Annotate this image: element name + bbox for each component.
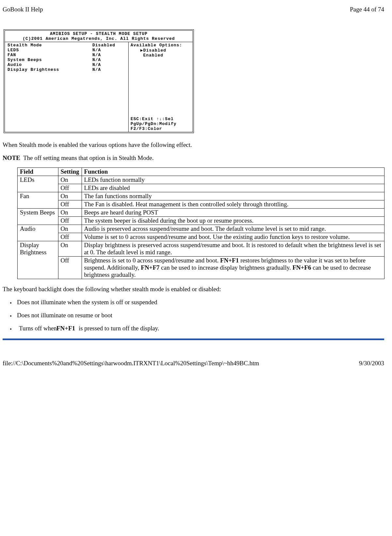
stealth-options-table: Field Setting Function LEDsOnLEDs functi…	[17, 167, 384, 279]
bios-row: System BeepsN/A	[8, 57, 128, 62]
bios-row: FANN/A	[8, 53, 128, 57]
options-title: Available Options:	[131, 43, 191, 48]
page-header: GoBook II Help Page 44 of 74	[3, 6, 384, 13]
backlight-list: Does not illuminate when the system is o…	[3, 299, 384, 332]
table-row: FanOnThe fan functions normally	[18, 192, 384, 200]
table-row: System BeepsOnBeeps are heard during POS…	[18, 209, 384, 217]
col-setting: Setting	[58, 168, 82, 176]
table-row: Display BrightnessOnDisplay brightness i…	[18, 241, 384, 257]
bios-screenshot: AMIBIOS SETUP - STEALTH MODE SETUP (C)20…	[4, 29, 194, 133]
bios-settings-panel: Stealth ModeDisabled LEDSN/A FANN/A Syst…	[5, 42, 129, 132]
bios-title-line2: (C)2001 American Megatrends, Inc. All Ri…	[5, 36, 193, 41]
bios-title-line1: AMIBIOS SETUP - STEALTH MODE SETUP	[5, 31, 193, 36]
table-row: LEDsOnLEDs function normally	[18, 176, 384, 184]
page-footer: file://C:\Documents%20and%20Settings\har…	[3, 360, 384, 367]
table-row: AudioOnAudio is preserved across suspend…	[18, 225, 384, 233]
backlight-paragraph: The keyboard backlight does the followin…	[3, 286, 384, 293]
list-item: Does not illuminate on resume or boot	[15, 312, 384, 319]
bios-row: AudioN/A	[8, 62, 128, 67]
bios-row: LEDSN/A	[8, 48, 128, 53]
bios-options-panel: Available Options: ▶Disabled Enabled ESC…	[129, 42, 193, 132]
print-date: 9/30/2003	[359, 360, 384, 367]
bios-body: Stealth ModeDisabled LEDSN/A FANN/A Syst…	[5, 42, 193, 132]
note-label: NOTE	[3, 154, 20, 161]
brightness-off-cell: Brightness is set to 0 across suspend/re…	[82, 257, 384, 279]
bios-row: Stealth ModeDisabled	[8, 43, 128, 48]
section-divider	[3, 339, 384, 340]
table-row: Off Brightness is set to 0 across suspen…	[18, 257, 384, 279]
col-function: Function	[82, 168, 384, 176]
bios-title: AMIBIOS SETUP - STEALTH MODE SETUP (C)20…	[5, 31, 193, 42]
table-row: OffThe system beeper is disabled during …	[18, 217, 384, 225]
option-enabled: Enabled	[131, 53, 191, 58]
file-path: file://C:\Documents%20and%20Settings\har…	[3, 360, 259, 367]
page-number: Page 44 of 74	[350, 6, 384, 13]
option-disabled: ▶Disabled	[131, 48, 191, 53]
bios-key-help: ESC:Exit ↑↓:Sel PgUp/PgDn:Modify F2/F3:C…	[131, 117, 177, 131]
list-item: Turns off when FN+F1 is pressed to turn …	[15, 325, 384, 332]
note-paragraph: NOTE The off setting means that option i…	[3, 154, 384, 162]
bios-row: Display BrightnessN/A	[8, 67, 128, 72]
col-field: Field	[18, 168, 58, 176]
table-row: OffVolume is set to 0 across suspend/res…	[18, 233, 384, 241]
table-row: OffLEDs are disabled	[18, 184, 384, 192]
table-header-row: Field Setting Function	[18, 168, 384, 176]
list-item: Does not illuminate when the system is o…	[15, 299, 384, 306]
intro-paragraph: When Stealth mode is enabled the various…	[3, 141, 384, 149]
table-row: OffThe Fan is disabled. Heat management …	[18, 200, 384, 209]
doc-title: GoBook II Help	[3, 6, 43, 13]
